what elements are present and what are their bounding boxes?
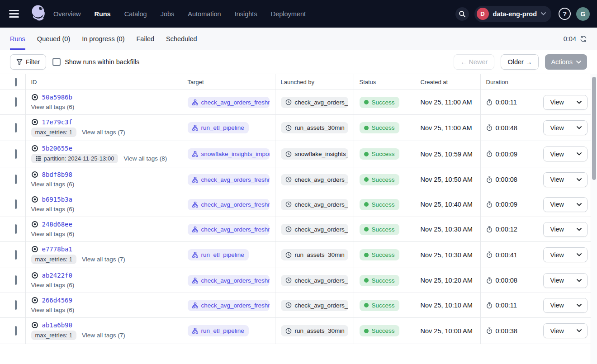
actions-button[interactable]: Actions xyxy=(545,54,587,70)
run-id-link[interactable]: e7778ba1 xyxy=(42,246,72,253)
view-button[interactable]: View xyxy=(544,274,571,288)
target-pill[interactable]: check_avg_orders_freshne xyxy=(188,300,270,311)
backfills-checkbox[interactable] xyxy=(52,58,61,66)
view-all-tags-link[interactable]: View all tags (6) xyxy=(31,104,75,110)
launched-by-pill[interactable]: snowflake_insights_… xyxy=(281,148,348,160)
older-button[interactable]: Older → xyxy=(501,54,539,70)
tab-runs[interactable]: Runs xyxy=(10,28,25,50)
row-checkbox[interactable] xyxy=(15,326,17,336)
view-dropdown-caret[interactable] xyxy=(571,198,587,212)
launched-by-pill[interactable]: run_assets_30min xyxy=(281,325,348,336)
view-dropdown-caret[interactable] xyxy=(571,121,587,135)
run-id-link[interactable]: 248d68ee xyxy=(42,221,72,228)
workspace-switcher[interactable]: D data-eng-prod xyxy=(474,6,551,22)
view-all-tags-link[interactable]: View all tags (6) xyxy=(31,231,75,237)
view-all-tags-link[interactable]: View all tags (7) xyxy=(82,129,125,136)
tab-queued-0[interactable]: Queued (0) xyxy=(37,28,70,50)
backfills-toggle[interactable]: Show runs within backfills xyxy=(52,58,139,66)
view-dropdown-caret[interactable] xyxy=(571,222,587,236)
target-pill[interactable]: check_avg_orders_freshne xyxy=(188,97,270,108)
view-button[interactable]: View xyxy=(544,198,571,212)
row-checkbox[interactable] xyxy=(15,175,17,184)
view-button[interactable]: View xyxy=(544,324,571,338)
view-all-tags-link[interactable]: View all tags (8) xyxy=(123,155,167,162)
view-all-tags-link[interactable]: View all tags (7) xyxy=(82,256,125,263)
launched-by-pill[interactable]: check_avg_orders_f… xyxy=(281,97,348,108)
row-checkbox[interactable] xyxy=(15,149,17,159)
nav-item-jobs[interactable]: Jobs xyxy=(161,10,175,18)
launched-by-pill[interactable]: check_avg_orders_f… xyxy=(281,224,348,235)
run-tag[interactable]: partition: 2024-11-25-13:00 xyxy=(31,154,118,163)
target-pill[interactable]: run_etl_pipeline xyxy=(188,325,249,336)
target-pill[interactable]: check_avg_orders_freshne xyxy=(188,174,270,185)
tab-failed[interactable]: Failed xyxy=(137,28,155,50)
run-tag[interactable]: max_retries: 1 xyxy=(31,255,76,264)
dagster-logo-icon[interactable] xyxy=(29,4,47,24)
launched-by-pill[interactable]: check_avg_orders_f… xyxy=(281,275,348,286)
tab-in-progress-0[interactable]: In progress (0) xyxy=(82,28,124,50)
newer-button[interactable]: ← Newer xyxy=(454,54,494,70)
user-avatar[interactable]: G xyxy=(576,7,590,21)
nav-item-overview[interactable]: Overview xyxy=(53,10,81,18)
run-id-link[interactable]: 266d4569 xyxy=(42,297,72,304)
run-tag[interactable]: max_retries: 1 xyxy=(31,128,76,137)
launched-by-pill[interactable]: check_avg_orders_f… xyxy=(281,174,348,185)
nav-item-automation[interactable]: Automation xyxy=(188,10,221,18)
target-pill[interactable]: snowflake_insights_import xyxy=(188,148,270,160)
run-tag[interactable]: max_retries: 1 xyxy=(31,331,76,340)
target-pill[interactable]: check_avg_orders_freshne xyxy=(188,199,270,210)
row-checkbox[interactable] xyxy=(15,199,17,209)
vertical-scrollbar[interactable] xyxy=(591,74,597,364)
view-button[interactable]: View xyxy=(544,147,571,161)
run-id-link[interactable]: 5b20655e xyxy=(42,145,72,152)
run-id-link[interactable]: 50a5986b xyxy=(42,94,72,101)
target-pill[interactable]: run_etl_pipeline xyxy=(188,249,249,260)
hamburger-menu-icon[interactable] xyxy=(9,9,21,19)
launched-by-pill[interactable]: run_assets_30min xyxy=(281,122,348,133)
run-id-link[interactable]: b6915b3a xyxy=(42,196,72,203)
view-all-tags-link[interactable]: View all tags (6) xyxy=(31,181,75,188)
view-all-tags-link[interactable]: View all tags (6) xyxy=(31,282,75,288)
view-dropdown-caret[interactable] xyxy=(571,248,587,262)
target-pill[interactable]: run_etl_pipeline xyxy=(188,122,249,133)
nav-item-deployment[interactable]: Deployment xyxy=(271,10,306,18)
view-button[interactable]: View xyxy=(544,222,571,236)
search-icon[interactable] xyxy=(455,7,469,21)
run-id-link[interactable]: 17e79c3f xyxy=(42,118,72,126)
refresh-icon[interactable] xyxy=(580,35,587,43)
run-id-link[interactable]: ab2422f0 xyxy=(42,272,72,279)
launched-by-pill[interactable]: check_avg_orders_f… xyxy=(281,199,348,210)
tab-scheduled[interactable]: Scheduled xyxy=(166,28,197,50)
view-dropdown-caret[interactable] xyxy=(571,324,587,338)
launched-by-pill[interactable]: check_avg_orders_f… xyxy=(281,300,348,311)
run-id-link[interactable]: ab1a6b90 xyxy=(42,321,72,329)
view-button[interactable]: View xyxy=(544,298,571,312)
nav-item-runs[interactable]: Runs xyxy=(94,10,110,18)
view-dropdown-caret[interactable] xyxy=(571,95,587,109)
nav-item-insights[interactable]: Insights xyxy=(235,10,257,18)
target-pill[interactable]: check_avg_orders_freshne xyxy=(188,224,270,235)
launched-by-pill[interactable]: run_assets_30min xyxy=(281,249,348,260)
row-checkbox[interactable] xyxy=(15,123,17,132)
row-checkbox[interactable] xyxy=(15,300,17,310)
row-checkbox[interactable] xyxy=(15,250,17,260)
filter-button[interactable]: Filter xyxy=(10,54,46,70)
row-checkbox[interactable] xyxy=(15,224,17,234)
view-button[interactable]: View xyxy=(544,121,571,135)
view-button[interactable]: View xyxy=(544,95,571,109)
view-all-tags-link[interactable]: View all tags (6) xyxy=(31,307,75,313)
scrollbar-thumb[interactable] xyxy=(592,77,596,180)
target-pill[interactable]: check_avg_orders_freshne xyxy=(188,275,270,286)
view-dropdown-caret[interactable] xyxy=(571,274,587,288)
view-dropdown-caret[interactable] xyxy=(571,298,587,312)
row-checkbox[interactable] xyxy=(15,97,17,107)
view-dropdown-caret[interactable] xyxy=(571,147,587,161)
view-button[interactable]: View xyxy=(544,173,571,187)
view-all-tags-link[interactable]: View all tags (6) xyxy=(31,206,75,213)
view-all-tags-link[interactable]: View all tags (7) xyxy=(82,332,125,339)
row-checkbox[interactable] xyxy=(15,275,17,285)
select-all-checkbox[interactable] xyxy=(15,78,17,86)
run-id-link[interactable]: 8bdf8b98 xyxy=(42,171,72,178)
view-button[interactable]: View xyxy=(544,248,571,262)
help-icon[interactable]: ? xyxy=(559,8,571,20)
